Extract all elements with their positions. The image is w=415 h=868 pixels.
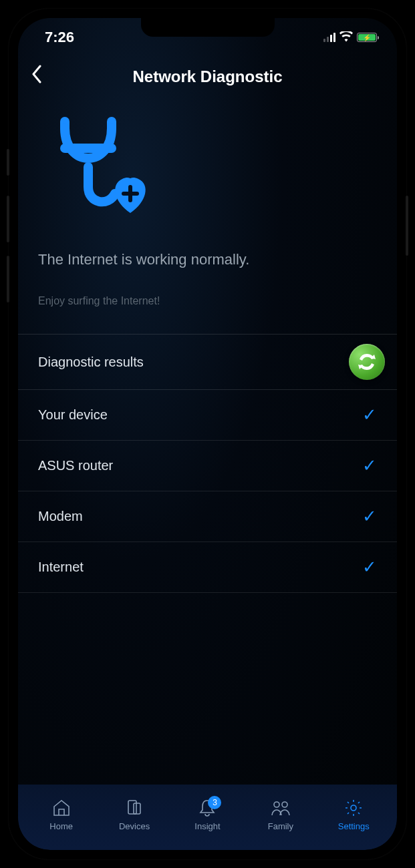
result-label: ASUS router <box>38 458 113 473</box>
check-icon: ✓ <box>362 506 377 527</box>
gear-icon <box>344 797 363 819</box>
back-button[interactable] <box>31 65 58 88</box>
svg-point-5 <box>274 802 279 807</box>
results-header: Diagnostic results <box>18 334 397 390</box>
screen: 7:26 ⚡ Network Diagnostic <box>18 18 397 850</box>
volume-up <box>7 196 9 242</box>
nav-label: Devices <box>119 821 150 831</box>
result-label: Modem <box>38 509 83 524</box>
check-icon: ✓ <box>362 557 377 578</box>
nav-settings[interactable]: Settings <box>323 797 384 831</box>
svg-point-6 <box>282 802 287 807</box>
status-indicators: ⚡ <box>323 29 377 46</box>
notch <box>141 18 275 37</box>
cellular-icon <box>323 33 335 42</box>
phone-frame: 7:26 ⚡ Network Diagnostic <box>9 9 406 859</box>
result-row-internet: Internet ✓ <box>18 542 397 593</box>
svg-rect-4 <box>134 803 140 814</box>
result-row-asus-router: ASUS router ✓ <box>18 441 397 491</box>
svg-point-7 <box>351 805 356 811</box>
home-icon <box>51 797 72 819</box>
page-title: Network Diagnostic <box>18 67 397 86</box>
status-time: 7:26 <box>45 29 74 46</box>
refresh-button[interactable] <box>349 344 385 380</box>
family-icon <box>270 797 291 819</box>
mute-switch <box>7 149 9 176</box>
nav-home[interactable]: Home <box>31 797 92 831</box>
check-icon: ✓ <box>362 405 377 425</box>
wifi-icon <box>339 29 353 46</box>
nav-label: Settings <box>338 821 370 831</box>
battery-icon: ⚡ <box>357 33 377 42</box>
notification-badge: 3 <box>208 796 221 809</box>
result-label: Your device <box>38 407 108 423</box>
app-header: Network Diagnostic <box>18 51 397 108</box>
check-icon: ✓ <box>362 455 377 476</box>
nav-label: Insight <box>194 821 220 831</box>
status-message: The Internet is working normally. <box>18 238 397 275</box>
result-row-your-device: Your device ✓ <box>18 390 397 441</box>
nav-insight[interactable]: 3 Insight <box>177 797 237 831</box>
bottom-nav: Home Devices 3 Insight Family <box>18 785 397 850</box>
status-subtext: Enjoy surfing the Internet! <box>18 275 397 334</box>
power-button <box>406 196 408 256</box>
volume-down <box>7 256 9 302</box>
diagnostic-icon <box>18 108 397 238</box>
nav-label: Family <box>268 821 293 831</box>
devices-icon <box>124 797 144 819</box>
svg-rect-3 <box>128 801 136 814</box>
nav-devices[interactable]: Devices <box>104 797 164 831</box>
result-row-modem: Modem ✓ <box>18 491 397 542</box>
nav-label: Home <box>49 821 73 831</box>
result-label: Internet <box>38 560 84 575</box>
results-label: Diagnostic results <box>38 355 144 370</box>
nav-family[interactable]: Family <box>251 797 311 831</box>
